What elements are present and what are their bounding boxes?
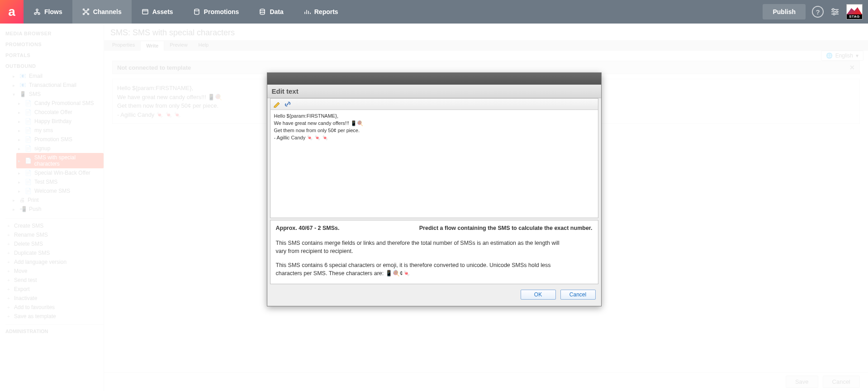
svg-point-12: [836, 11, 838, 13]
svg-point-13: [833, 13, 835, 15]
nav-items: Flows Channels Assets Promotions Data: [24, 0, 348, 24]
info-panel: Approx. 40/67 - 2 SMSs. Predict a flow c…: [270, 220, 598, 284]
assets-icon: [142, 8, 149, 15]
data-icon: [259, 8, 266, 15]
merge-field-note: This SMS contains merge fields or links …: [276, 239, 565, 255]
ok-button[interactable]: OK: [521, 290, 556, 300]
clear-formatting-icon[interactable]: [273, 100, 280, 108]
flows-icon: [33, 8, 41, 15]
nav-label: Flows: [44, 8, 62, 15]
settings-sliders-icon[interactable]: [830, 7, 840, 17]
nav-right: Publish ? STAG: [763, 0, 868, 24]
nav-channels[interactable]: Channels: [72, 0, 132, 24]
dialog-footer: OK Cancel: [267, 284, 601, 306]
reports-icon: [304, 8, 311, 15]
nav-data[interactable]: Data: [249, 0, 293, 24]
channels-icon: [82, 8, 90, 15]
nav-label: Reports: [314, 8, 338, 15]
unicode-note: This SMS contains 6 special characters o…: [276, 262, 565, 277]
nav-label: Assets: [152, 8, 173, 15]
dialog-title: Edit text: [267, 85, 601, 98]
svg-point-10: [260, 9, 265, 11]
predict-hint: Predict a flow containing the SMS to cal…: [419, 225, 593, 231]
nav-promotions[interactable]: Promotions: [183, 0, 249, 24]
top-nav: a Flows Channels Assets Promotions: [0, 0, 868, 24]
nav-label: Data: [270, 8, 283, 15]
sms-count-text: Approx. 40/67 - 2 SMSs.: [276, 225, 340, 231]
nav-reports[interactable]: Reports: [294, 0, 348, 24]
app-logo[interactable]: a: [0, 0, 24, 24]
edit-text-dialog: Edit text Hello ${param:FIRSTNAME}, We h…: [267, 72, 602, 306]
svg-point-9: [194, 9, 199, 11]
editor-toolbar: [270, 99, 598, 110]
cancel-button[interactable]: Cancel: [560, 290, 596, 300]
svg-rect-8: [142, 10, 148, 14]
insert-link-icon[interactable]: [284, 100, 291, 108]
nav-label: Promotions: [204, 8, 239, 15]
promotions-icon: [193, 8, 200, 15]
editor-wrap: Hello ${param:FIRSTNAME}, We have great …: [270, 98, 598, 218]
publish-button[interactable]: Publish: [763, 4, 806, 19]
nav-label: Channels: [93, 8, 122, 15]
editor-textarea[interactable]: Hello ${param:FIRSTNAME}, We have great …: [270, 110, 598, 218]
help-icon[interactable]: ?: [812, 6, 824, 18]
nav-flows[interactable]: Flows: [24, 0, 72, 24]
dialog-titlebar-chrome[interactable]: [267, 73, 601, 85]
svg-point-11: [832, 9, 834, 10]
svg-point-0: [36, 9, 38, 11]
environment-badge[interactable]: STAG: [846, 4, 863, 19]
nav-assets[interactable]: Assets: [132, 0, 183, 24]
environment-label: STAG: [847, 14, 862, 19]
